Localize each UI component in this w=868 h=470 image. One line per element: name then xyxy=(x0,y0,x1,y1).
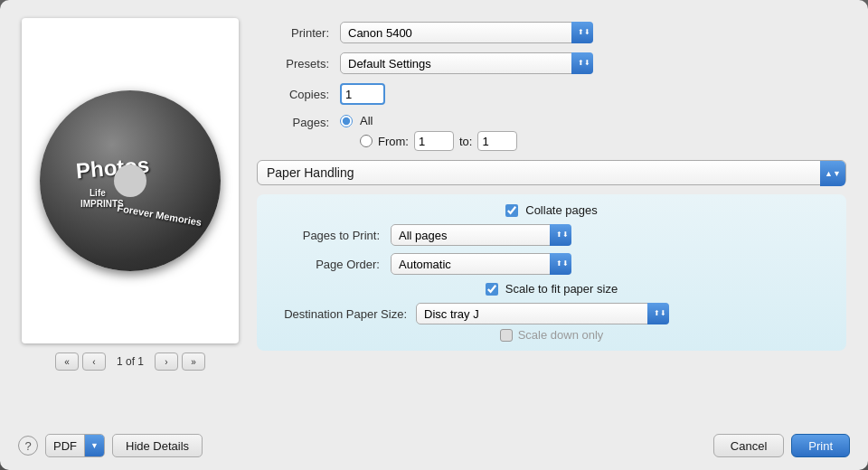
all-pages-radio[interactable] xyxy=(340,115,353,127)
dest-select-wrapper: Disc tray J xyxy=(416,303,669,324)
from-pages-radio[interactable] xyxy=(360,135,373,147)
preview-panel: Photos Life IMPRINTS Forever Memories « … xyxy=(22,18,239,416)
section-dropdown-arrow-icon: ▲▼ xyxy=(820,161,845,186)
pages-row: Pages: All From: to: xyxy=(257,114,846,151)
pages-to-print-wrapper: All pages xyxy=(391,224,571,246)
printer-select[interactable]: Canon 5400 xyxy=(340,22,593,43)
to-input[interactable] xyxy=(477,131,517,151)
presets-select[interactable]: Default Settings xyxy=(340,52,593,74)
pages-to-print-label: Pages to Print: xyxy=(271,229,380,242)
scale-row: Scale to fit paper size xyxy=(271,282,832,296)
prev-page-button[interactable]: ‹ xyxy=(82,352,106,371)
hide-details-button[interactable]: Hide Details xyxy=(112,434,203,457)
scale-checkbox[interactable] xyxy=(486,283,498,296)
cd-center-hole xyxy=(114,164,146,197)
scale-label: Scale to fit paper size xyxy=(505,282,618,296)
print-button[interactable]: Print xyxy=(791,434,850,457)
page-indicator: 1 of 1 xyxy=(109,355,151,368)
print-dialog: Photos Life IMPRINTS Forever Memories « … xyxy=(0,0,868,470)
page-order-select[interactable]: Automatic xyxy=(391,253,571,275)
copies-label: Copies: xyxy=(257,88,329,101)
page-order-label: Page Order: xyxy=(271,258,380,271)
cd-preview: Photos Life IMPRINTS Forever Memories xyxy=(40,90,221,271)
collate-label: Collate pages xyxy=(525,203,598,217)
paper-handling-section: Collate pages Pages to Print: All pages … xyxy=(257,194,846,351)
scale-down-label: Scale down only xyxy=(518,328,604,342)
pages-section: All From: to: xyxy=(340,114,517,151)
printer-label: Printer: xyxy=(257,26,329,40)
cancel-button[interactable]: Cancel xyxy=(713,434,784,457)
pages-label: Pages: xyxy=(257,116,329,129)
collate-checkbox[interactable] xyxy=(505,204,518,217)
dialog-footer: ? PDF ▼ Hide Details Cancel Print xyxy=(0,425,868,470)
from-to-row: From: to: xyxy=(360,131,517,151)
copies-input[interactable] xyxy=(340,83,385,105)
all-pages-label: All xyxy=(360,114,373,127)
dest-row: Destination Paper Size: Disc tray J xyxy=(271,303,832,324)
scale-down-row: Scale down only xyxy=(271,328,832,342)
presets-row: Presets: Default Settings xyxy=(257,52,846,74)
printer-row: Printer: Canon 5400 xyxy=(257,22,846,43)
pages-to-print-row: Pages to Print: All pages xyxy=(271,224,832,246)
preview-box: Photos Life IMPRINTS Forever Memories xyxy=(22,18,239,343)
dest-label: Destination Paper Size: xyxy=(271,307,407,321)
from-label: From: xyxy=(378,135,409,148)
pages-to-print-select[interactable]: All pages xyxy=(391,224,571,246)
presets-label: Presets: xyxy=(257,57,329,70)
to-label: to: xyxy=(459,135,472,148)
first-page-button[interactable]: « xyxy=(55,352,79,371)
dest-select[interactable]: Disc tray J xyxy=(416,303,669,324)
from-input[interactable] xyxy=(414,131,454,151)
preview-controls: « ‹ 1 of 1 › » xyxy=(55,352,205,371)
scale-down-checkbox xyxy=(500,329,513,342)
last-page-button[interactable]: » xyxy=(182,352,205,371)
help-button[interactable]: ? xyxy=(18,436,38,456)
next-page-button[interactable]: › xyxy=(155,352,178,371)
cd-text-forever: Forever Memories xyxy=(117,202,203,228)
collate-row: Collate pages xyxy=(271,203,832,217)
page-order-wrapper: Automatic xyxy=(391,253,571,275)
pdf-arrow-button[interactable]: ▼ xyxy=(84,435,104,456)
settings-panel: Printer: Canon 5400 Presets: Default Set… xyxy=(257,18,846,416)
copies-row: Copies: xyxy=(257,83,846,105)
section-dropdown[interactable]: Paper Handling ▲▼ xyxy=(257,160,846,185)
cd-text-life: Life xyxy=(90,188,106,198)
pdf-button-wrapper: PDF ▼ xyxy=(45,434,105,457)
all-pages-row: All xyxy=(340,114,517,127)
section-dropdown-text: Paper Handling xyxy=(267,165,836,180)
printer-select-wrapper: Canon 5400 xyxy=(340,22,593,43)
pdf-label-button[interactable]: PDF xyxy=(46,435,84,456)
presets-select-wrapper: Default Settings xyxy=(340,52,593,74)
page-order-row: Page Order: Automatic xyxy=(271,253,832,275)
